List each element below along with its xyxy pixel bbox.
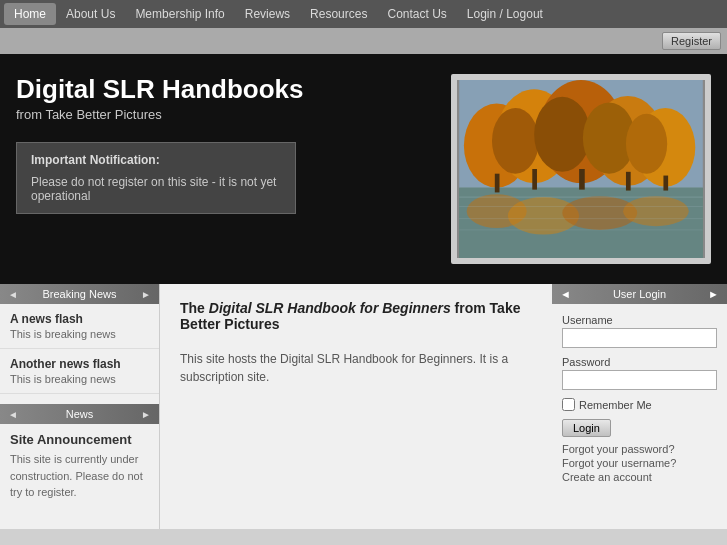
right-panel: ◄ User Login ► Username Password Remembe… bbox=[552, 284, 727, 529]
news-title-1: A news flash bbox=[10, 312, 149, 326]
forgot-password-link[interactable]: Forgot your password? bbox=[562, 443, 717, 455]
news-desc-2: This is breaking news bbox=[10, 373, 149, 385]
nav-contact[interactable]: Contact Us bbox=[377, 3, 456, 25]
svg-point-9 bbox=[626, 114, 667, 174]
svg-rect-24 bbox=[663, 176, 668, 191]
nav-home[interactable]: Home bbox=[4, 3, 56, 25]
remember-checkbox[interactable] bbox=[562, 398, 575, 411]
svg-rect-22 bbox=[579, 169, 585, 190]
center-title: The Digital SLR Handbook for Beginners f… bbox=[180, 300, 532, 332]
site-announce-desc: This site is currently under constructio… bbox=[10, 451, 149, 501]
center-description: This site hosts the Digital SLR Handbook… bbox=[180, 350, 532, 386]
nav-membership[interactable]: Membership Info bbox=[125, 3, 234, 25]
main-area: ◄ Breaking News ► A news flash This is b… bbox=[0, 284, 727, 529]
breaking-news-left-arrow: ◄ bbox=[8, 289, 18, 300]
password-label: Password bbox=[562, 356, 717, 368]
svg-point-6 bbox=[492, 108, 539, 174]
site-announcement: Site Announcement This site is currently… bbox=[0, 424, 159, 509]
hero-text: Digital SLR Handbooks from Take Better P… bbox=[16, 74, 431, 214]
breaking-news-right-arrow: ► bbox=[141, 289, 151, 300]
register-button[interactable]: Register bbox=[662, 32, 721, 50]
news-left-arrow: ◄ bbox=[8, 409, 18, 420]
news-title-2: Another news flash bbox=[10, 357, 149, 371]
center-content: The Digital SLR Handbook for Beginners f… bbox=[160, 284, 552, 529]
username-input[interactable] bbox=[562, 328, 717, 348]
site-announce-title: Site Announcement bbox=[10, 432, 149, 447]
login-button[interactable]: Login bbox=[562, 419, 611, 437]
center-title-bold: Digital SLR Handbook for Beginners bbox=[209, 300, 451, 316]
news-item-2: Another news flash This is breaking news bbox=[0, 349, 159, 394]
center-title-normal: The bbox=[180, 300, 209, 316]
create-account-link[interactable]: Create an account bbox=[562, 471, 717, 483]
login-form: Username Password Remember Me Login bbox=[552, 314, 727, 437]
remember-me-row: Remember Me bbox=[562, 398, 717, 411]
nav-resources[interactable]: Resources bbox=[300, 3, 377, 25]
breaking-news-header: ◄ Breaking News ► bbox=[0, 284, 159, 304]
news-label: News bbox=[66, 408, 94, 420]
login-header-left-arrow: ◄ bbox=[560, 288, 571, 300]
news-right-arrow: ► bbox=[141, 409, 151, 420]
news-item-1: A news flash This is breaking news bbox=[0, 304, 159, 349]
news-header: ◄ News ► bbox=[0, 404, 159, 424]
svg-point-7 bbox=[534, 97, 590, 172]
username-label: Username bbox=[562, 314, 717, 326]
forgot-username-link[interactable]: Forgot your username? bbox=[562, 457, 717, 469]
nav-about[interactable]: About Us bbox=[56, 3, 125, 25]
notification-message: Please do not register on this site - it… bbox=[31, 175, 281, 203]
notification-box: Important Notification: Please do not re… bbox=[16, 142, 296, 214]
user-login-label: User Login bbox=[613, 288, 666, 300]
nav-reviews[interactable]: Reviews bbox=[235, 3, 300, 25]
password-input[interactable] bbox=[562, 370, 717, 390]
nav-bar: Home About Us Membership Info Reviews Re… bbox=[0, 0, 727, 28]
svg-rect-20 bbox=[495, 174, 500, 193]
svg-rect-23 bbox=[626, 172, 631, 191]
news-desc-1: This is breaking news bbox=[10, 328, 149, 340]
hero-section: Digital SLR Handbooks from Take Better P… bbox=[0, 54, 727, 284]
login-links: Forgot your password? Forgot your userna… bbox=[552, 443, 727, 483]
hero-title: Digital SLR Handbooks bbox=[16, 74, 431, 105]
breaking-news-label: Breaking News bbox=[43, 288, 117, 300]
svg-rect-21 bbox=[532, 169, 537, 190]
svg-point-15 bbox=[623, 196, 689, 226]
top-right-area: Register bbox=[0, 28, 727, 54]
hero-subtitle: from Take Better Pictures bbox=[16, 107, 431, 122]
login-header-right-arrow: ► bbox=[708, 288, 719, 300]
hero-image bbox=[451, 74, 711, 264]
remember-label: Remember Me bbox=[579, 399, 652, 411]
nav-login[interactable]: Login / Logout bbox=[457, 3, 553, 25]
notification-title: Important Notification: bbox=[31, 153, 281, 167]
user-login-header: ◄ User Login ► bbox=[552, 284, 727, 304]
sidebar: ◄ Breaking News ► A news flash This is b… bbox=[0, 284, 160, 529]
